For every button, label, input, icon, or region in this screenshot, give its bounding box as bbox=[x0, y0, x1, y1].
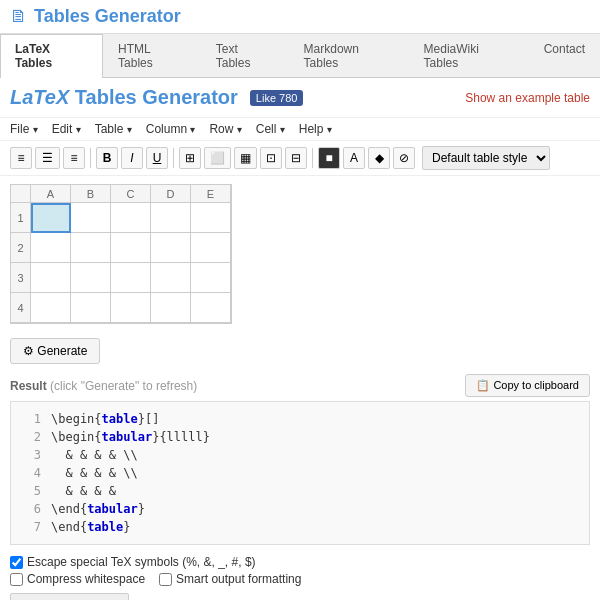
compress-checkbox[interactable] bbox=[10, 573, 23, 586]
tab-latex[interactable]: LaTeX Tables bbox=[0, 34, 103, 78]
result-label-row: Result (click "Generate" to refresh) 📋 C… bbox=[10, 374, 590, 397]
tab-bar: LaTeX Tables HTML Tables Text Tables Mar… bbox=[0, 34, 600, 78]
show-example-link[interactable]: Show an example table bbox=[465, 91, 590, 105]
table-style-select[interactable]: Default table style Booktabs Simple Mini… bbox=[422, 146, 550, 170]
grid-cell-4-1[interactable] bbox=[31, 293, 71, 323]
grid-corner bbox=[11, 185, 31, 203]
grid-cell-2-5[interactable] bbox=[191, 233, 231, 263]
code-line-6: 6 \end{tabular} bbox=[21, 500, 579, 518]
escape-checkbox[interactable] bbox=[10, 556, 23, 569]
tab-contact[interactable]: Contact bbox=[529, 34, 600, 77]
grid-row-2: 2 bbox=[11, 233, 231, 263]
copy-to-clipboard-button[interactable]: 📋 Copy to clipboard bbox=[465, 374, 590, 397]
grid-cell-3-3[interactable] bbox=[111, 263, 151, 293]
menu-column[interactable]: Column ▾ bbox=[146, 122, 196, 136]
italic-button[interactable]: I bbox=[121, 147, 143, 169]
grid-col-e: E bbox=[191, 185, 231, 203]
grid-area: A B C D E 1 2 3 bbox=[0, 176, 600, 332]
logo-icon: 🗎 bbox=[10, 6, 28, 27]
grid-row-header-3: 3 bbox=[11, 263, 31, 293]
grid-cell-4-4[interactable] bbox=[151, 293, 191, 323]
extra-options-select[interactable]: Extra options... bbox=[10, 593, 129, 600]
tab-mediawiki[interactable]: MediaWiki Tables bbox=[409, 34, 529, 77]
bold-button[interactable]: B bbox=[96, 147, 118, 169]
grid-cell-2-1[interactable] bbox=[31, 233, 71, 263]
fill-color-button[interactable]: ◆ bbox=[368, 147, 390, 169]
grid-row-header-4: 4 bbox=[11, 293, 31, 323]
grid-cell-4-3[interactable] bbox=[111, 293, 151, 323]
grid-cell-1-2[interactable] bbox=[71, 203, 111, 233]
clear-format-button[interactable]: ⊘ bbox=[393, 147, 415, 169]
menu-file[interactable]: File ▾ bbox=[10, 122, 38, 136]
menu-edit[interactable]: Edit ▾ bbox=[52, 122, 81, 136]
code-line-4: 4 & & & & \\ bbox=[21, 464, 579, 482]
options-area: Escape special TeX symbols (%, &, _, #, … bbox=[0, 549, 600, 600]
escape-option-row: Escape special TeX symbols (%, &, _, #, … bbox=[10, 555, 590, 569]
smart-checkbox[interactable] bbox=[159, 573, 172, 586]
borders-outer-button[interactable]: ⬜ bbox=[204, 147, 231, 169]
borders-all-button[interactable]: ⊞ bbox=[179, 147, 201, 169]
grid-cell-3-1[interactable] bbox=[31, 263, 71, 293]
code-output: 1 \begin{table}[] 2 \begin{tabular}{llll… bbox=[10, 401, 590, 545]
borders-inner-button[interactable]: ⊡ bbox=[260, 147, 282, 169]
grid-cell-1-5[interactable] bbox=[191, 203, 231, 233]
grid-cell-2-4[interactable] bbox=[151, 233, 191, 263]
menu-row[interactable]: Row ▾ bbox=[209, 122, 241, 136]
smart-label: Smart output formatting bbox=[176, 572, 301, 586]
grid-col-c: C bbox=[111, 185, 151, 203]
grid-col-d: D bbox=[151, 185, 191, 203]
underline-button[interactable]: U bbox=[146, 147, 168, 169]
generate-button[interactable]: ⚙ Generate bbox=[10, 338, 100, 364]
grid-cell-3-2[interactable] bbox=[71, 263, 111, 293]
fb-like-button[interactable]: Like 780 bbox=[250, 90, 304, 106]
grid-row-4: 4 bbox=[11, 293, 231, 323]
toolbar-separator-3 bbox=[312, 148, 313, 168]
grid-cell-2-3[interactable] bbox=[111, 233, 151, 263]
grid-cell-3-5[interactable] bbox=[191, 263, 231, 293]
toolbar-separator-2 bbox=[173, 148, 174, 168]
menu-help[interactable]: Help ▾ bbox=[299, 122, 332, 136]
grid-cell-1-4[interactable] bbox=[151, 203, 191, 233]
tab-text[interactable]: Text Tables bbox=[201, 34, 289, 77]
toolbar-separator-1 bbox=[90, 148, 91, 168]
grid-cell-1-1[interactable] bbox=[31, 203, 71, 233]
grid-row-3: 3 bbox=[11, 263, 231, 293]
code-line-2: 2 \begin{tabular}{lllll} bbox=[21, 428, 579, 446]
result-hint: (click "Generate" to refresh) bbox=[50, 379, 197, 393]
align-center-button[interactable]: ☰ bbox=[35, 147, 60, 169]
grid-header-row: A B C D E bbox=[11, 185, 231, 203]
align-right-button[interactable]: ≡ bbox=[63, 147, 85, 169]
menu-table[interactable]: Table ▾ bbox=[95, 122, 132, 136]
compress-option-row: Compress whitespace Smart output formatt… bbox=[10, 572, 590, 586]
align-left-button[interactable]: ≡ bbox=[10, 147, 32, 169]
page-header: LaTeX Tables Generator Like 780 Show an … bbox=[0, 78, 600, 118]
grid-row-1: 1 bbox=[11, 203, 231, 233]
code-line-3: 3 & & & & \\ bbox=[21, 446, 579, 464]
header: 🗎 Tables Generator bbox=[0, 0, 600, 34]
page-title: LaTeX Tables Generator bbox=[10, 86, 238, 109]
menubar: File ▾ Edit ▾ Table ▾ Column ▾ Row ▾ Cel… bbox=[0, 118, 600, 141]
borders-custom-button[interactable]: ⊟ bbox=[285, 147, 307, 169]
menu-cell[interactable]: Cell ▾ bbox=[256, 122, 285, 136]
grid-cell-4-5[interactable] bbox=[191, 293, 231, 323]
grid-col-a: A bbox=[31, 185, 71, 203]
grid-cell-3-4[interactable] bbox=[151, 263, 191, 293]
grid-row-header-1: 1 bbox=[11, 203, 31, 233]
toolbar: ≡ ☰ ≡ B I U ⊞ ⬜ ▦ ⊡ ⊟ ■ A ◆ ⊘ Default ta… bbox=[0, 141, 600, 176]
code-line-1: 1 \begin{table}[] bbox=[21, 410, 579, 428]
table-grid: A B C D E 1 2 3 bbox=[10, 184, 232, 324]
grid-cell-1-3[interactable] bbox=[111, 203, 151, 233]
grid-cell-2-2[interactable] bbox=[71, 233, 111, 263]
color-black-button[interactable]: ■ bbox=[318, 147, 340, 169]
escape-label: Escape special TeX symbols (%, &, _, #, … bbox=[27, 555, 256, 569]
grid-cell-4-2[interactable] bbox=[71, 293, 111, 323]
code-line-5: 5 & & & & bbox=[21, 482, 579, 500]
tab-html[interactable]: HTML Tables bbox=[103, 34, 201, 77]
result-label: Result (click "Generate" to refresh) bbox=[10, 379, 197, 393]
borders-none-button[interactable]: ▦ bbox=[234, 147, 257, 169]
grid-col-b: B bbox=[71, 185, 111, 203]
code-line-7: 7 \end{table} bbox=[21, 518, 579, 536]
generate-area: ⚙ Generate bbox=[0, 332, 600, 370]
font-color-button[interactable]: A bbox=[343, 147, 365, 169]
tab-markdown[interactable]: Markdown Tables bbox=[289, 34, 409, 77]
